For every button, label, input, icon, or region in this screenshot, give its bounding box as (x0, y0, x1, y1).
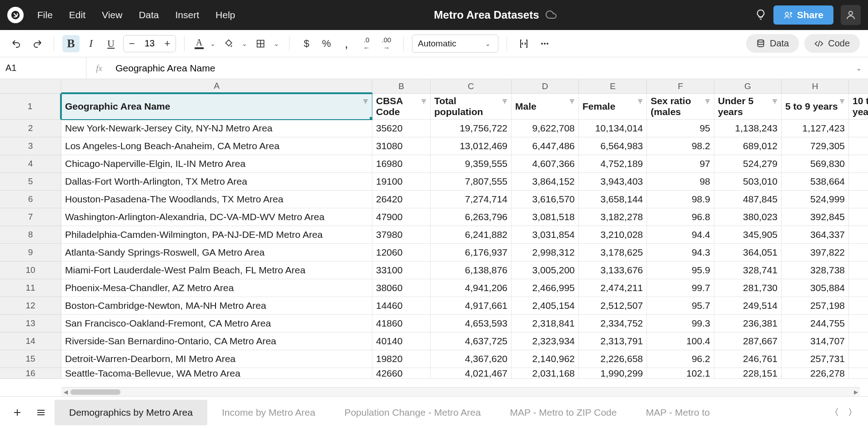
bold-button[interactable]: B (62, 35, 80, 52)
decrease-decimal-button[interactable]: .0← (358, 35, 375, 52)
user-button[interactable] (841, 5, 861, 25)
data-cell[interactable]: Washington-Arlington-Alexandria, DC-VA-M… (61, 208, 372, 226)
data-cell[interactable]: 257,731 (782, 350, 849, 368)
row-header-11[interactable]: 11 (0, 279, 61, 297)
filter-icon[interactable] (420, 96, 427, 107)
data-cell[interactable]: Riverside-San Bernardino-Ontario, CA Met… (61, 332, 372, 350)
number-format-select[interactable]: Automatic ⌄ (412, 35, 498, 53)
data-cell[interactable]: 1,990,299 (579, 368, 647, 379)
data-cell[interactable]: 10,134,014 (579, 120, 647, 137)
sheet-tab[interactable]: Income by Metro Area (207, 400, 330, 425)
data-cell[interactable] (849, 368, 868, 379)
redo-button[interactable] (28, 35, 45, 52)
data-cell[interactable]: Boston-Cambridge-Newton, MA-NH Metro Are… (61, 297, 372, 315)
data-cell[interactable]: 9,359,555 (431, 155, 512, 173)
data-cell[interactable]: 305,884 (782, 279, 849, 297)
document-title[interactable]: Metro Area Datasets (434, 9, 539, 21)
data-cell[interactable]: 524,279 (714, 155, 782, 173)
data-cell[interactable]: 538,664 (782, 173, 849, 191)
percent-button[interactable]: % (318, 35, 335, 52)
font-size-increase[interactable]: + (159, 35, 176, 52)
data-cell[interactable]: 47900 (372, 208, 431, 226)
data-cell[interactable]: 364,337 (782, 226, 849, 244)
data-cell[interactable]: 487,845 (714, 191, 782, 208)
menu-view[interactable]: View (102, 10, 122, 20)
fill-color-dropdown[interactable]: ⌄ (240, 40, 249, 47)
data-cell[interactable]: 35620 (372, 120, 431, 137)
horizontal-scrollbar[interactable]: ◀ ▶ (61, 387, 860, 396)
column-header-E[interactable]: E (579, 79, 647, 94)
increase-decimal-button[interactable]: .00→ (378, 35, 395, 52)
data-cell[interactable]: 97 (647, 155, 714, 173)
data-cell[interactable]: 26420 (372, 191, 431, 208)
data-cell[interactable]: 503,010 (714, 173, 782, 191)
data-cell[interactable]: 1,2 (849, 120, 868, 137)
menu-insert[interactable]: Insert (176, 10, 200, 20)
data-cell[interactable]: 3 (849, 226, 868, 244)
row-header-1[interactable]: 1 (0, 94, 61, 120)
row-header-13[interactable]: 13 (0, 315, 61, 332)
data-cell[interactable]: 5 (849, 173, 868, 191)
data-cell[interactable]: 38060 (372, 279, 431, 297)
column-header-A[interactable]: A (61, 79, 372, 94)
data-cell[interactable]: 98.2 (647, 137, 714, 155)
data-cell[interactable]: 2,226,658 (579, 350, 647, 368)
data-cell[interactable]: 99.7 (647, 279, 714, 297)
data-cell[interactable]: 98 (647, 173, 714, 191)
data-cell[interactable]: 100.4 (647, 332, 714, 350)
data-cell[interactable]: 8 (849, 137, 868, 155)
data-cell[interactable]: 524,999 (782, 191, 849, 208)
italic-button[interactable]: I (82, 35, 100, 52)
code-cell-button[interactable] (515, 35, 532, 52)
font-size-input[interactable] (140, 38, 159, 49)
data-cell[interactable]: 6,241,882 (431, 226, 512, 244)
row-header-16[interactable]: 16 (0, 368, 61, 379)
data-cell[interactable]: 2,313,791 (579, 332, 647, 350)
text-color-dropdown[interactable]: ⌄ (208, 40, 217, 47)
data-cell[interactable]: 4,637,725 (431, 332, 512, 350)
text-color-button[interactable]: A (193, 35, 206, 52)
data-cell[interactable]: 2 (849, 297, 868, 315)
tab-prev-button[interactable]: 〈 (826, 404, 843, 421)
header-cell[interactable]: CBSA Code (372, 94, 431, 120)
column-header-F[interactable]: F (647, 79, 714, 94)
data-cell[interactable]: New York-Newark-Jersey City, NY-NJ Metro… (61, 120, 372, 137)
cell-reference-input[interactable]: A1 (0, 57, 86, 79)
data-cell[interactable]: 3 (849, 262, 868, 279)
add-sheet-button[interactable] (7, 403, 27, 423)
data-cell[interactable]: Philadelphia-Camden-Wilmington, PA-NJ-DE… (61, 226, 372, 244)
scroll-left[interactable]: ◀ (61, 389, 70, 395)
data-cell[interactable]: 3 (849, 332, 868, 350)
data-cell[interactable]: 1,138,243 (714, 120, 782, 137)
filter-icon[interactable] (771, 96, 778, 107)
data-cell[interactable]: 236,381 (714, 315, 782, 332)
tab-next-button[interactable]: 〉 (844, 404, 861, 421)
column-header-B[interactable]: B (372, 79, 431, 94)
data-cell[interactable]: Seattle-Tacoma-Bellevue, WA Metro Area (61, 368, 372, 379)
data-cell[interactable]: 3,616,570 (512, 191, 579, 208)
filter-icon[interactable] (362, 96, 369, 107)
data-cell[interactable]: 37980 (372, 226, 431, 244)
data-cell[interactable]: 2,334,752 (579, 315, 647, 332)
row-header-7[interactable]: 7 (0, 208, 61, 226)
more-button[interactable] (536, 35, 553, 52)
data-cell[interactable]: 4,941,206 (431, 279, 512, 297)
select-all-corner[interactable] (0, 79, 61, 94)
data-cell[interactable]: 41860 (372, 315, 431, 332)
data-cell[interactable]: 6,138,876 (431, 262, 512, 279)
data-cell[interactable]: 33100 (372, 262, 431, 279)
currency-button[interactable]: $ (298, 35, 315, 52)
fill-color-button[interactable] (220, 35, 237, 52)
data-cell[interactable]: 4 (849, 208, 868, 226)
data-cell[interactable]: 94.3 (647, 244, 714, 262)
data-cell[interactable]: Atlanta-Sandy Springs-Roswell, GA Metro … (61, 244, 372, 262)
data-cell[interactable]: 95 (647, 120, 714, 137)
data-cell[interactable]: 96.8 (647, 208, 714, 226)
data-cell[interactable]: Los Angeles-Long Beach-Anaheim, CA Metro… (61, 137, 372, 155)
data-cell[interactable]: 729,305 (782, 137, 849, 155)
data-cell[interactable]: 13,012,469 (431, 137, 512, 155)
header-cell[interactable]: Total population (431, 94, 512, 120)
data-cell[interactable]: 3,005,200 (512, 262, 579, 279)
row-header-2[interactable]: 2 (0, 120, 61, 137)
data-cell[interactable]: 1,127,423 (782, 120, 849, 137)
